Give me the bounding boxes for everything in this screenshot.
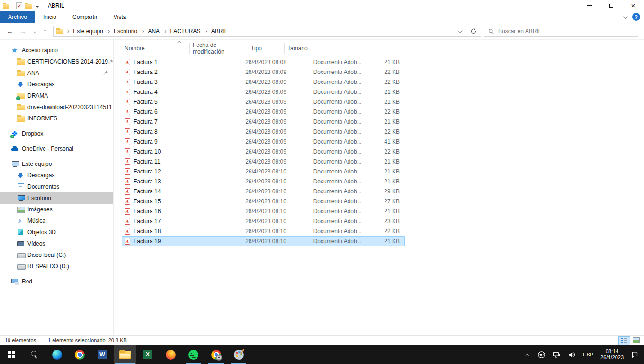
meet-now-icon[interactable] <box>537 351 546 359</box>
taskbar-app-button[interactable] <box>227 345 250 364</box>
column-header[interactable]: Tipo <box>248 43 285 54</box>
ribbon-tab[interactable]: Compartir <box>64 11 106 23</box>
search-input[interactable] <box>498 28 634 35</box>
file-row[interactable]: Factura 9 26/4/2023 08:09 Documento Adob… <box>122 136 405 146</box>
breadcrumb-item[interactable]: Este equipo <box>63 27 104 35</box>
sidebar-item[interactable]: Imágenes <box>0 204 113 215</box>
language-indicator[interactable]: ESP <box>583 352 593 357</box>
close-button[interactable]: × <box>622 0 644 11</box>
sidebar-item[interactable]: Documentos <box>0 181 113 192</box>
file-size: 22 KB <box>368 148 404 155</box>
file-row[interactable]: Factura 15 26/4/2023 08:10 Documento Ado… <box>122 196 405 206</box>
sidebar-item[interactable]: ANA <box>0 67 113 79</box>
restore-button[interactable] <box>600 0 622 11</box>
sidebar-item[interactable]: Descargas <box>0 170 113 181</box>
file-row[interactable]: Factura 7 26/4/2023 08:09 Documento Adob… <box>122 117 405 127</box>
taskbar-app-button[interactable] <box>68 345 91 364</box>
sidebar-item[interactable]: CERTIFICACIONES 2014-2019 <box>0 56 113 67</box>
ribbon-tab[interactable]: Vista <box>106 11 134 23</box>
ribbon-tab[interactable]: Inicio <box>35 11 64 23</box>
breadcrumb-item[interactable]: FACTURAS <box>161 27 201 35</box>
column-header[interactable]: Fecha de modificación <box>190 43 248 54</box>
sidebar-item[interactable]: Vídeos <box>0 238 113 249</box>
pdf-file-icon <box>125 128 130 135</box>
file-row[interactable]: Factura 12 26/4/2023 08:10 Documento Ado… <box>122 166 405 176</box>
sidebar-item[interactable]: Acceso rápido <box>0 45 113 56</box>
sidebar-item[interactable]: Objetos 3D <box>0 227 113 238</box>
sidebar-item[interactable]: Red <box>0 276 113 287</box>
taskbar-app-button[interactable] <box>45 345 68 364</box>
breadcrumb-item[interactable]: Escritorio <box>104 27 138 35</box>
quick-access-star-icon <box>11 46 19 54</box>
forward-button[interactable]: → <box>18 27 28 35</box>
taskbar-app-button[interactable] <box>205 345 227 364</box>
network-icon[interactable] <box>553 351 561 359</box>
help-icon[interactable]: ? <box>632 13 640 21</box>
tray-chevron-up-icon[interactable] <box>524 352 530 358</box>
edge-icon <box>52 350 62 360</box>
sidebar-item[interactable]: Música <box>0 215 113 227</box>
sidebar-item[interactable]: Descargas <box>0 79 113 90</box>
taskbar-app-button[interactable] <box>182 345 205 364</box>
new-folder-icon[interactable] <box>25 2 32 9</box>
taskbar-app-button[interactable]: W <box>91 345 114 364</box>
breadcrumb-item-label: Escritorio <box>114 28 137 35</box>
ribbon-tab-label: Inicio <box>43 14 56 20</box>
file-row[interactable]: Factura 5 26/4/2023 08:09 Documento Adob… <box>122 97 405 107</box>
taskbar-app-button[interactable] <box>23 345 45 364</box>
collapse-ribbon-icon[interactable] <box>623 14 626 20</box>
sidebar-item[interactable]: Disco local (C:) <box>0 249 113 261</box>
file-row[interactable]: Factura 18 26/4/2023 08:10 Documento Ado… <box>122 226 405 236</box>
start-button[interactable] <box>0 345 23 364</box>
minimize-button[interactable] <box>579 0 600 11</box>
breadcrumb[interactable]: Este equipo Escritorio ANA FACTURAS ABRI… <box>53 26 481 37</box>
address-dropdown-icon[interactable] <box>453 26 465 36</box>
back-button[interactable]: ← <box>5 27 15 35</box>
column-header[interactable]: Tamaño <box>285 43 311 54</box>
properties-icon[interactable] <box>16 2 22 9</box>
details-view-button[interactable] <box>618 336 630 345</box>
search-box[interactable] <box>484 26 638 37</box>
file-row[interactable]: Factura 8 26/4/2023 08:09 Documento Adob… <box>122 127 405 136</box>
pdf-file-icon <box>125 89 130 95</box>
breadcrumb-item[interactable]: ANA <box>138 27 161 35</box>
sidebar-item[interactable]: DRAMA <box>0 90 113 101</box>
action-center-icon[interactable] <box>631 351 638 358</box>
file-row[interactable]: Factura 14 26/4/2023 08:10 Documento Ado… <box>122 186 405 196</box>
file-size: 21 KB <box>368 99 404 105</box>
sidebar-item[interactable]: drive-download-20230323T145117Z <box>0 101 113 113</box>
file-row[interactable]: Factura 6 26/4/2023 08:09 Documento Adob… <box>122 107 405 117</box>
file-row[interactable]: Factura 17 26/4/2023 08:10 Documento Ado… <box>122 216 405 226</box>
taskbar-app-button[interactable] <box>114 345 136 364</box>
ribbon-tab-bar: Archivo Inicio Compartir Vista ? <box>0 11 644 23</box>
taskbar-app-button[interactable]: X <box>136 345 159 364</box>
file-modified-date: 26/4/2023 08:10 <box>242 228 310 235</box>
sidebar-item[interactable]: OneDrive - Personal <box>0 143 113 155</box>
file-row[interactable]: Factura 16 26/4/2023 08:10 Documento Ado… <box>122 206 405 216</box>
sidebar-item[interactable]: Escritorio <box>0 192 113 204</box>
thumbnails-view-button[interactable] <box>630 336 642 345</box>
file-row[interactable]: Factura 3 26/4/2023 08:09 Documento Adob… <box>122 77 405 87</box>
file-row[interactable]: Factura 1 26/4/2023 08:08 Documento Adob… <box>122 57 405 67</box>
sidebar-item[interactable]: RESPALDO (D:) <box>0 261 113 272</box>
folder-synced-icon <box>17 92 25 100</box>
file-row[interactable]: Factura 11 26/4/2023 08:09 Documento Ado… <box>122 156 405 166</box>
file-row[interactable]: Factura 2 26/4/2023 08:09 Documento Adob… <box>122 67 405 77</box>
customize-qat-icon[interactable] <box>35 3 40 8</box>
taskbar-app-button[interactable] <box>159 345 182 364</box>
recent-locations-icon[interactable] <box>31 27 37 35</box>
file-row[interactable]: Factura 10 26/4/2023 08:09 Documento Ado… <box>122 146 405 156</box>
up-button[interactable]: ↑ <box>40 27 50 35</box>
ribbon-tab[interactable]: Archivo <box>0 11 35 23</box>
clock[interactable]: 08:14 26/4/2023 <box>600 348 624 361</box>
file-row[interactable]: Factura 19 26/4/2023 08:10 Documento Ado… <box>122 236 405 246</box>
sidebar-item[interactable]: Este equipo <box>0 158 113 170</box>
breadcrumb-item[interactable]: ABRIL <box>201 27 228 35</box>
refresh-icon[interactable] <box>467 26 480 36</box>
file-row[interactable]: Factura 13 26/4/2023 08:10 Documento Ado… <box>122 176 405 186</box>
sidebar-item[interactable]: Dropbox <box>0 128 113 139</box>
file-row[interactable]: Factura 4 26/4/2023 08:09 Documento Adob… <box>122 87 405 97</box>
volume-icon[interactable] <box>568 351 576 359</box>
downloads-icon <box>17 81 25 88</box>
sidebar-item[interactable]: INFORMES <box>0 113 113 124</box>
